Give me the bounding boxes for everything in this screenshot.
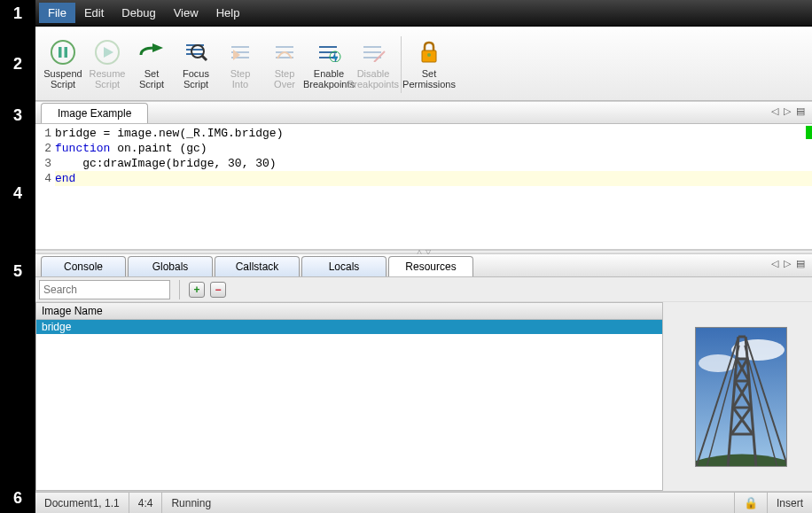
status-document: Document1, 1.1: [35, 493, 129, 513]
tool-label: StepOver: [274, 68, 295, 91]
menu-view[interactable]: View: [165, 3, 207, 23]
tab-callstack[interactable]: Callstack: [215, 256, 300, 276]
annotation-5: 5: [0, 258, 35, 284]
status-lock-icon: 🔒: [734, 493, 767, 513]
panel-next-icon[interactable]: ▷: [784, 258, 791, 269]
step-into-icon: [226, 38, 254, 66]
annotation-2: 2: [0, 27, 35, 101]
annotation-4: 4: [0, 129, 35, 258]
enable-breakpoints-button[interactable]: EnableBreakpoints: [307, 36, 351, 93]
panel-list-icon[interactable]: ▤: [796, 258, 805, 269]
magnify-icon: [182, 38, 210, 66]
menu-file[interactable]: File: [39, 3, 75, 23]
svg-point-0: [51, 41, 74, 64]
play-icon: [93, 38, 121, 66]
menu-debug[interactable]: Debug: [113, 3, 164, 23]
resources-list[interactable]: bridge: [35, 320, 663, 491]
annotation-1: 1: [0, 0, 35, 27]
svg-marker-5: [152, 43, 163, 52]
menu-help[interactable]: Help: [207, 3, 249, 23]
resources-header: Image Name: [35, 302, 663, 320]
tab-list-icon[interactable]: ▤: [796, 105, 805, 117]
resume-script-button[interactable]: ResumeScript: [85, 36, 129, 93]
menubar: File Edit Debug View Help: [35, 0, 812, 27]
step-over-button[interactable]: StepOver: [262, 36, 307, 93]
tool-label: SetPermissions: [402, 68, 456, 91]
svg-rect-1: [59, 47, 62, 58]
svg-point-29: [731, 339, 785, 361]
svg-point-9: [191, 45, 204, 58]
search-input[interactable]: [39, 280, 170, 299]
tool-label: StepInto: [230, 68, 251, 91]
line-numbers: 1 2 3 4: [35, 124, 55, 249]
lock-icon: [415, 38, 443, 66]
breakpoints-on-icon: [315, 38, 343, 66]
svg-point-27: [427, 53, 431, 57]
bottom-tabbar: Console Globals Callstack Locals Resourc…: [35, 254, 812, 277]
marker-icon: [806, 126, 812, 139]
add-button[interactable]: +: [189, 282, 205, 298]
panel-prev-icon[interactable]: ◁: [771, 258, 778, 269]
pause-icon: [49, 38, 77, 66]
svg-rect-2: [65, 47, 68, 58]
resource-item[interactable]: bridge: [36, 320, 662, 334]
focus-script-button[interactable]: FocusScript: [174, 36, 218, 93]
editor-tab[interactable]: Image Example: [41, 103, 148, 123]
editor-tabbar: Image Example ◁ ▷ ▤: [35, 101, 812, 124]
tab-globals[interactable]: Globals: [128, 256, 213, 276]
toolbar-separator: [401, 36, 402, 93]
tab-next-icon[interactable]: ▷: [784, 105, 791, 117]
statusbar: Document1, 1.1 4:4 Running 🔒 Insert: [35, 492, 812, 513]
suspend-script-button[interactable]: SuspendScript: [41, 36, 85, 93]
arrow-right-icon: [137, 38, 166, 66]
code-editor[interactable]: 1 2 3 4 bridge = image.new(_R.IMG.bridge…: [35, 124, 812, 250]
svg-marker-4: [104, 47, 113, 58]
tab-locals[interactable]: Locals: [301, 256, 386, 276]
svg-line-10: [202, 56, 207, 60]
set-script-button[interactable]: SetScript: [129, 36, 174, 93]
status-position: 4:4: [129, 493, 163, 513]
disable-breakpoints-button[interactable]: DisableBreakpoints: [351, 36, 395, 93]
svg-marker-14: [233, 50, 240, 60]
menu-edit[interactable]: Edit: [75, 3, 113, 23]
tool-label: SuspendScript: [43, 68, 82, 91]
step-over-icon: [270, 38, 299, 66]
tool-label: ResumeScript: [90, 68, 126, 91]
remove-button[interactable]: −: [210, 282, 226, 298]
tool-label: SetScript: [139, 68, 164, 91]
tool-label: DisableBreakpoints: [347, 68, 399, 91]
set-permissions-button[interactable]: SetPermissions: [407, 36, 451, 93]
tab-prev-icon[interactable]: ◁: [771, 105, 778, 117]
preview-image: [695, 327, 787, 467]
tab-resources[interactable]: Resources: [388, 256, 473, 276]
annotation-6: 6: [0, 284, 35, 513]
tool-label: FocusScript: [183, 68, 209, 91]
annotation-3: 3: [0, 101, 35, 129]
resources-panel: + − Image Name bridge: [35, 277, 812, 492]
code-content[interactable]: bridge = image.new(_R.IMG.bridge) functi…: [55, 124, 812, 249]
breakpoints-off-icon: [359, 38, 387, 66]
tab-console[interactable]: Console: [41, 256, 126, 276]
status-mode: Insert: [767, 493, 812, 513]
status-state: Running: [162, 493, 220, 513]
toolbar: SuspendScript ResumeScript SetScript Foc…: [35, 27, 812, 101]
preview-pane: [670, 302, 812, 491]
step-into-button[interactable]: StepInto: [218, 36, 262, 93]
